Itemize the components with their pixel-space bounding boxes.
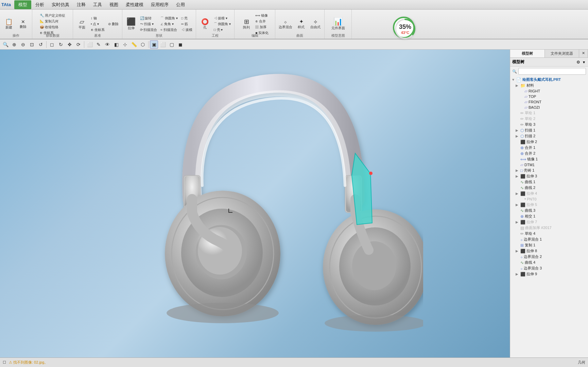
fillet2-btn[interactable]: ⌒ 倒圆角 ▾ (212, 21, 232, 27)
wireframe-btn[interactable]: ⬜ (159, 40, 167, 49)
redraw-btn[interactable]: ↺ (37, 40, 45, 49)
menu-item-analysis[interactable]: 分析 (32, 1, 48, 8)
scan-blend2-btn[interactable]: ≈ 扫描混合 (159, 27, 179, 33)
thicken-btn[interactable]: ▤ 加厚 (254, 24, 270, 30)
tree-item-right[interactable]: ▱ RIGHT (510, 88, 588, 94)
viewport-3d[interactable] (0, 50, 510, 357)
tree-item-pull8[interactable]: ▶ ⬛ 拉伸 8 (510, 248, 588, 254)
tree-item-pull9[interactable]: ▶ ⬛ 拉伸 9 (510, 271, 588, 277)
tree-item-boundary1[interactable]: ⬦ 边界混合 1 (510, 237, 588, 242)
menu-item-simulation[interactable]: 实时仿真 (48, 1, 73, 8)
menu-item-model[interactable]: 模型 (14, 0, 31, 9)
draft2-btn[interactable]: ◁ 拔模 ▾ (212, 16, 232, 21)
menu-item-apps[interactable]: 应用程序 (148, 1, 172, 8)
user-feature-btn[interactable]: 🔧 用户定义特征 (38, 13, 67, 18)
tree-item-scan1[interactable]: ▶ ⬡ 扫描 1 (510, 127, 588, 133)
rotate-btn[interactable]: 🔄 旋转 (139, 16, 159, 21)
shrink-wrap-btn[interactable]: 📦 收缩包络 (38, 24, 67, 30)
snap-btn[interactable]: ⊹ (121, 40, 129, 49)
menu-item-tools[interactable]: 工具 (90, 1, 105, 8)
delete-btn[interactable]: ✕删除 (16, 19, 30, 30)
tree-item-sketch2[interactable]: ✏ 草绘 2 (510, 116, 588, 122)
tab-folder-browser[interactable]: 文件夹浏览器 (545, 50, 580, 57)
tree-item-merge2[interactable]: ⊕ 合并 2 (510, 151, 588, 156)
copy-geom-btn[interactable]: 📐 复制几何 (38, 19, 67, 24)
axis-btn[interactable]: ↕ 轴 (89, 16, 106, 21)
plane-btn[interactable]: ▱平面 (75, 18, 89, 31)
tree-item-curve3[interactable]: ∿ 曲线 3 (510, 208, 588, 213)
tree-item-pull3[interactable]: ▶ ⬛ 拉伸 3 (510, 173, 588, 179)
shaded-btn[interactable]: ▣ (150, 40, 158, 49)
zoom-out-btn[interactable]: ⊖ (19, 40, 27, 49)
tree-item-front[interactable]: ▱ FRONT (510, 99, 588, 105)
measure-btn[interactable]: 📏 (130, 40, 138, 49)
menu-item-annotation[interactable]: 注释 (73, 1, 89, 8)
tree-item-pull4[interactable]: ▶ ⬛ 拉伸 4 (510, 191, 588, 196)
tree-item-root[interactable]: ▼ 📄 绘图客头戴式耳机.PRT (510, 77, 588, 83)
section-btn[interactable]: ⬜ (86, 40, 94, 49)
tab-model-tree[interactable]: 模型树 (510, 50, 545, 57)
pan-btn[interactable]: ✥ (66, 40, 74, 49)
view-btn[interactable]: ⬡ (139, 40, 147, 49)
tree-item-pnt0[interactable]: • PNT0 (510, 196, 588, 202)
tree-item-curve4[interactable]: ∿ 曲线 4 (510, 260, 588, 265)
no-hidden-btn[interactable]: ◼ (176, 40, 185, 49)
hidden-btn[interactable]: ▢ (168, 40, 176, 49)
tree-item-curve2[interactable]: ∿ 曲线 2 (510, 185, 588, 191)
rib-btn[interactable]: ═ 筋 (180, 21, 194, 27)
tree-item-shell1[interactable]: ▶ □ 壳铸 1 (510, 168, 588, 173)
tree-item-sketch4[interactable]: ✏ 草绘 4 (510, 231, 588, 237)
tree-settings-btn[interactable]: ⚙ (575, 59, 581, 65)
shell-btn[interactable]: □ 壳 (180, 16, 194, 21)
tree-item-copy1[interactable]: ⊞ 复制 1 (510, 242, 588, 248)
spin-btn[interactable]: ⟳ (74, 40, 83, 49)
annotation-btn[interactable]: ✎ (94, 40, 103, 49)
fillet-btn[interactable]: ⌒ 倒圆角 ▾ (159, 16, 179, 21)
tree-item-merge1[interactable]: ⊕ 合并 1 (510, 145, 588, 151)
search-input[interactable] (518, 68, 586, 75)
tree-item-boundary2[interactable]: ⬦ 边界混合 2 (510, 254, 588, 260)
fit-window-btn[interactable]: ⊡ (28, 40, 36, 49)
scan-blend-btn[interactable]: ⟳ 扫描混合 (139, 27, 159, 33)
erase-btn[interactable]: ⊘ 删除 (107, 21, 120, 27)
tree-item-pull2b[interactable]: ⬛ 拉伸 2 (510, 139, 588, 145)
coord-sys-datum-btn[interactable]: ⊕ 坐标系 (89, 27, 106, 33)
tree-item-curve1[interactable]: ∿ 曲线 1 (510, 179, 588, 185)
freeform-btn[interactable]: ⟡自由式 (309, 18, 322, 30)
draft-btn[interactable]: ◁ 拔模 (180, 27, 194, 33)
tree-item-materials[interactable]: ▶ 📁 材料 (510, 83, 588, 88)
element-interface-btn[interactable]: 📊元件界面 (330, 17, 346, 31)
new-btn[interactable]: 📋新建 (2, 18, 16, 31)
array-btn[interactable]: ⊞阵列 (240, 18, 253, 31)
tree-item-boundary3[interactable]: ⬦ 边界混合 3 (510, 265, 588, 271)
display-btn[interactable]: 👁 (103, 40, 111, 49)
hole-btn[interactable]: ⭕孔 (198, 18, 212, 31)
tree-item-pull7[interactable]: ▶ ⬛ 拉伸 7 (510, 219, 588, 225)
sweep-btn[interactable]: 〜 扫描 ▾ (139, 21, 159, 27)
tree-item-intersect1[interactable]: ⊗ 相交 1 (510, 213, 588, 219)
tree-item-thicken[interactable]: ▤ 曲面加厚 #2017 (510, 225, 588, 231)
tree-item-pull2[interactable]: ▶ ⬡ 扫描 2 (510, 133, 588, 139)
tree-item-sketch1[interactable]: ✏ 草绘 1 (510, 110, 588, 116)
menu-item-flexible[interactable]: 柔性建模 (122, 1, 147, 8)
tree-item-pull5[interactable]: ▶ ⬛ 拉伸 5 (510, 202, 588, 208)
bg-btn[interactable]: ◧ (112, 40, 120, 49)
extrude-btn[interactable]: ⬛拉伸 (124, 17, 138, 31)
boundary-btn[interactable]: ⬦边界混合 (277, 18, 294, 30)
perspective-btn[interactable]: ◻ (48, 40, 56, 49)
tree-item-baozi[interactable]: ▱ BAOZI (510, 105, 588, 110)
zoom-in-btn[interactable]: ⊕ (10, 40, 18, 49)
style-btn[interactable]: ✦样式 (294, 18, 308, 30)
shell2-btn[interactable]: □ 壳 ▾ (212, 27, 232, 33)
tree-filter-btn[interactable]: ▾ (582, 59, 586, 65)
chamfer-btn[interactable]: ∠ 角角 ▾ (159, 21, 179, 27)
mirror-btn[interactable]: ⟺ 镜像 (254, 13, 270, 18)
zoom-fit-btn[interactable]: 🔍 (1, 40, 10, 49)
menu-item-public[interactable]: 公用 (173, 1, 188, 8)
tree-item-dtm1[interactable]: ▱ DTM1 (510, 162, 588, 168)
menu-item-view[interactable]: 视图 (106, 1, 122, 8)
point-btn[interactable]: • 点 ▾ (89, 21, 106, 27)
tab-close[interactable]: ✕ (579, 50, 588, 57)
tree-item-mirror1[interactable]: ⟺ 镜像 1 (510, 156, 588, 162)
tree-item-top[interactable]: ▱ TOP (510, 94, 588, 99)
